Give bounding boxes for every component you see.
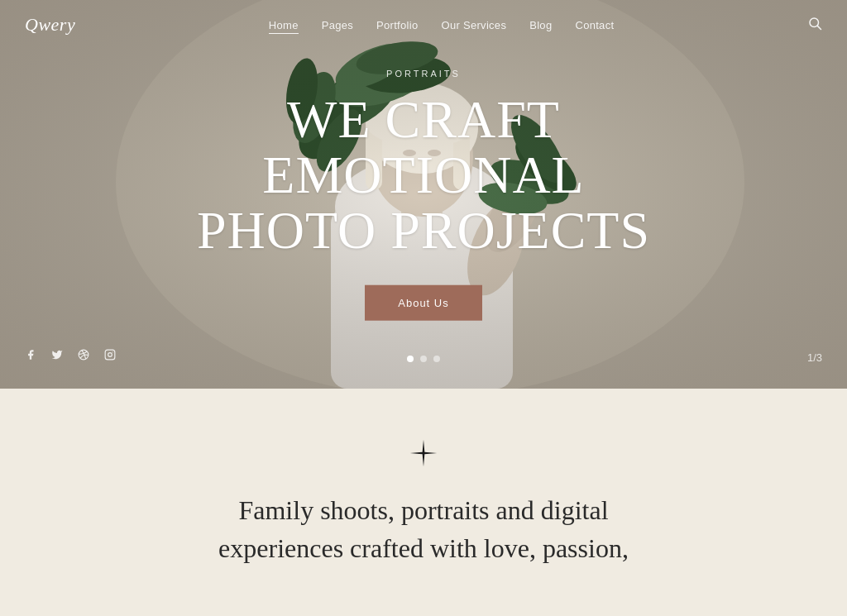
star-decoration xyxy=(33,438,814,468)
hero-title-line1: WE CRAFT EMOTIONAL xyxy=(262,90,584,204)
info-text: Family shoots, portraits and digital exp… xyxy=(184,491,663,568)
nav-link-services[interactable]: Our Services xyxy=(441,19,506,31)
nav-link-pages[interactable]: Pages xyxy=(322,19,353,31)
dot-3[interactable] xyxy=(433,356,440,362)
hero-content: PORTRAITS WE CRAFT EMOTIONAL PHOTO PROJE… xyxy=(134,69,713,321)
nav-link-blog[interactable]: Blog xyxy=(529,19,552,31)
svg-point-34 xyxy=(112,351,113,352)
hero-subtitle: PORTRAITS xyxy=(134,69,713,79)
slider-dots xyxy=(407,356,440,362)
nav-link-contact[interactable]: Contact xyxy=(575,19,614,31)
nav-menu: Home Pages Portfolio Our Services Blog C… xyxy=(269,17,615,32)
nav-item-blog[interactable]: Blog xyxy=(529,17,552,32)
hero-title-line2: PHOTO PROJECTS xyxy=(197,201,650,260)
nav-link-portfolio[interactable]: Portfolio xyxy=(376,19,418,31)
nav-item-home[interactable]: Home xyxy=(269,17,299,32)
nav-item-pages[interactable]: Pages xyxy=(322,17,353,32)
navbar: Qwery Home Pages Portfolio Our Services … xyxy=(0,0,847,50)
dot-1[interactable] xyxy=(407,356,414,362)
hero-section: Qwery Home Pages Portfolio Our Services … xyxy=(0,0,847,389)
twitter-icon[interactable] xyxy=(51,349,63,364)
dot-2[interactable] xyxy=(420,356,427,362)
nav-link-home[interactable]: Home xyxy=(269,19,299,34)
social-icons xyxy=(25,349,116,364)
svg-rect-32 xyxy=(105,350,115,360)
nav-item-services[interactable]: Our Services xyxy=(441,17,506,32)
info-text-line1: Family shoots, portraits and digital xyxy=(238,495,608,525)
hero-title: WE CRAFT EMOTIONAL PHOTO PROJECTS xyxy=(134,92,713,259)
svg-line-30 xyxy=(817,26,821,29)
nav-item-portfolio[interactable]: Portfolio xyxy=(376,17,418,32)
info-section: Family shoots, portraits and digital exp… xyxy=(0,389,847,616)
nav-item-contact[interactable]: Contact xyxy=(575,17,614,32)
decorative-star-icon xyxy=(409,438,438,468)
facebook-icon[interactable] xyxy=(25,349,36,364)
slide-counter: 1/3 xyxy=(807,351,822,364)
hero-cta-button[interactable]: About Us xyxy=(365,284,481,320)
instagram-icon[interactable] xyxy=(104,349,116,364)
svg-point-33 xyxy=(108,353,112,357)
info-text-line2: experiences crafted with love, passion, xyxy=(218,533,629,563)
dribbble-icon[interactable] xyxy=(78,349,89,364)
brand-logo[interactable]: Qwery xyxy=(25,14,75,36)
search-icon[interactable] xyxy=(807,16,822,34)
